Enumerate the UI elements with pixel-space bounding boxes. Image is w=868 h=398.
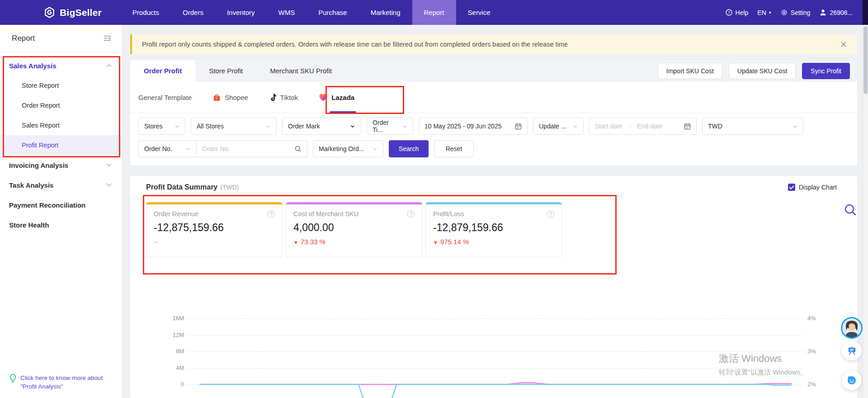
sidebar-section-label: Payment Reconciliation	[9, 201, 85, 209]
display-chart-toggle[interactable]: Display Chart	[788, 184, 837, 191]
all-stores-select[interactable]: All Stores	[191, 118, 277, 135]
import-sku-cost-button[interactable]: Import SKU Cost	[658, 63, 722, 79]
search-button[interactable]: Search	[389, 140, 429, 157]
date-range-value: 10 May 2025 - 09 Jun 2025	[425, 123, 501, 130]
sidebar-section-store-health[interactable]: Store Health	[0, 215, 122, 235]
floating-guide-button[interactable]	[842, 341, 862, 360]
nav-item-products[interactable]: Products	[121, 0, 171, 25]
summary-card-value: -12,879,159.66	[433, 222, 554, 234]
sync-profit-button[interactable]: Sync Profit	[802, 63, 850, 79]
support-agent-avatar[interactable]	[841, 317, 863, 339]
floating-chat-button[interactable]	[842, 370, 862, 390]
floating-search-button[interactable]	[843, 203, 858, 220]
language-select[interactable]: EN ▾	[757, 9, 771, 16]
sidebar-item-sales-report[interactable]: Sales Report	[0, 115, 122, 135]
sidebar-section-invoicing-analysis[interactable]: Invoicing Analysis	[0, 155, 122, 175]
y-axis-tick-left: 12M	[154, 332, 184, 338]
summary-card-profit-loss: Profit/Loss?-12,879,159.66▼975.14 %	[425, 202, 562, 257]
scrollbar-thumb[interactable]	[863, 26, 868, 94]
chevron-down-icon	[789, 124, 797, 129]
order-time-select[interactable]: Order Ti...	[367, 118, 413, 135]
profit-analysis-tip-link[interactable]: Click here to know more about "Profit An…	[9, 374, 113, 391]
sidebar-section-payment-reconciliation[interactable]: Payment Reconciliation	[0, 195, 122, 215]
nav-item-service[interactable]: Service	[456, 0, 502, 25]
reset-button[interactable]: Reset	[434, 140, 474, 157]
tab-merchant-sku-profit[interactable]: Merchant SKU Profit	[256, 60, 345, 82]
question-circle-icon[interactable]: ?	[547, 210, 554, 218]
calendar-icon	[680, 123, 691, 130]
checkbox-checked-icon[interactable]	[788, 184, 795, 191]
platform-tab-lazada[interactable]: Lazada	[319, 82, 354, 113]
platform-tab-tiktok[interactable]: Tiktok	[269, 82, 298, 113]
order-no-search-field[interactable]	[197, 140, 307, 157]
order-mark-select[interactable]: Order Mark	[282, 118, 361, 135]
summary-card-label-row: Order Revenue?	[154, 210, 275, 218]
chevron-down-icon	[399, 124, 407, 129]
summary-card-cost-of-merchant-sku: Cost of Merchant SKU?4,000.00▼73.33 %	[286, 202, 422, 257]
active-tab-underline	[330, 111, 356, 113]
svg-text:?: ?	[727, 10, 730, 15]
y-axis-tick-left: 4M	[154, 365, 184, 371]
order-mark-value: Order Mark	[288, 123, 320, 130]
sidebar-section-label: Sales Analysis	[9, 62, 57, 70]
magnifier-icon	[843, 203, 858, 218]
update-sku-cost-button[interactable]: Update SKU Cost	[729, 63, 796, 79]
collapse-sidebar-icon[interactable]	[103, 34, 112, 42]
order-date-range-picker[interactable]: 10 May 2025 - 09 Jun 2025	[419, 118, 528, 135]
platform-tab-general-template[interactable]: General Template	[138, 82, 192, 113]
bigseller-logo[interactable]: BigSeller	[43, 6, 102, 19]
sidebar-title: Report	[12, 34, 35, 43]
summary-card-label-row: Profit/Loss?	[433, 210, 554, 218]
summary-card-label: Order Revenue	[154, 210, 198, 218]
nav-item-inventory[interactable]: Inventory	[215, 0, 267, 25]
chevron-down-icon	[106, 161, 111, 166]
setting-button[interactable]: Setting	[780, 9, 811, 16]
navbar-right: ? Help EN ▾ Setting 26908...	[725, 9, 853, 16]
question-circle-icon[interactable]: ?	[268, 210, 275, 218]
scrollbar-track[interactable]	[863, 25, 868, 398]
nav-item-orders[interactable]: Orders	[171, 0, 215, 25]
user-account-button[interactable]: 26908...	[819, 9, 853, 16]
tab-order-profit[interactable]: Order Profit	[130, 60, 195, 82]
nav-item-report[interactable]: Report	[412, 0, 456, 25]
gear-icon	[780, 9, 788, 16]
release-date-range-picker[interactable]: Start date - End date	[589, 118, 697, 135]
search-icon[interactable]	[291, 145, 302, 152]
nav-item-marketing[interactable]: Marketing	[359, 0, 412, 25]
update-time-select[interactable]: Update ...	[533, 118, 584, 135]
nav-item-wms[interactable]: WMS	[267, 0, 307, 25]
chevron-down-icon	[182, 147, 191, 152]
sidebar-item-store-report[interactable]: Store Report	[0, 76, 122, 95]
close-icon[interactable]: ✕	[840, 39, 847, 50]
nav-item-purchase[interactable]: Purchase	[307, 0, 359, 25]
summary-card-label: Profit/Loss	[433, 210, 464, 218]
platform-tab-label: Shopee	[225, 94, 248, 101]
question-circle-icon[interactable]: ?	[407, 210, 415, 218]
sidebar-header: Report	[0, 25, 122, 52]
currency-value: TWD	[708, 123, 722, 130]
platform-tab-shopee[interactable]: Shopee	[212, 82, 248, 113]
marketing-order-select[interactable]: Marketing Ord...	[313, 140, 383, 157]
order-no-type-select[interactable]: Order No.	[138, 140, 197, 157]
all-stores-value: All Stores	[197, 123, 224, 130]
help-button[interactable]: ? Help	[725, 9, 749, 16]
order-no-type-value: Order No.	[144, 145, 172, 152]
notice-text: Profit report only counts shipped & comp…	[142, 41, 568, 48]
currency-select[interactable]: TWD	[702, 118, 803, 135]
filter-row-1: Stores All Stores Order Mark Order Ti...…	[138, 118, 849, 135]
tab-store-profit[interactable]: Store Profit	[195, 60, 256, 82]
update-time-value: Update ...	[539, 123, 566, 130]
sidebar-section-sales-analysis[interactable]: Sales Analysis	[0, 56, 122, 76]
chevron-down-icon: ▾	[769, 10, 771, 15]
calendar-icon	[511, 123, 522, 130]
order-no-input[interactable]	[202, 145, 291, 152]
triangle-down-icon: ▼	[293, 240, 298, 245]
sidebar-item-order-report[interactable]: Order Report	[0, 95, 122, 115]
stores-type-select[interactable]: Stores	[138, 118, 185, 135]
setting-label: Setting	[791, 9, 811, 16]
y-axis-tick-left: 16M	[154, 315, 184, 322]
sidebar-section-task-analysis[interactable]: Task Analysis	[0, 175, 122, 195]
sidebar-item-profit-report[interactable]: Profit Report	[0, 135, 122, 155]
y-axis-tick-right: 4%	[807, 315, 816, 322]
summary-title: Profit Data Summary	[146, 183, 217, 191]
